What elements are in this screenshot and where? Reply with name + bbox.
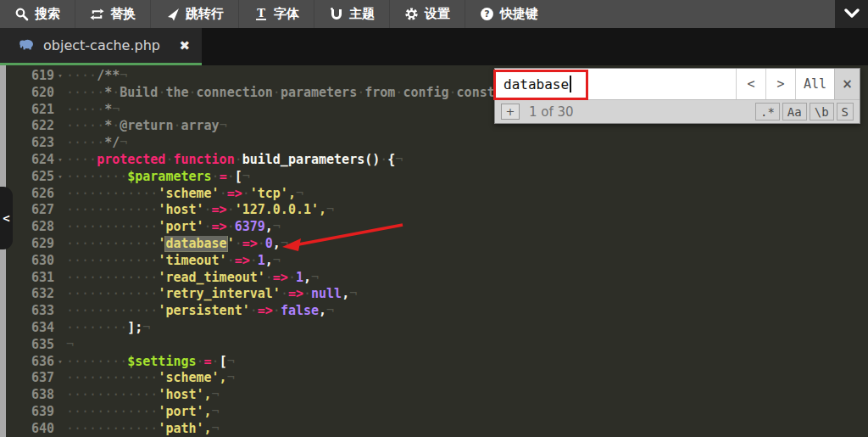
search-panel: database < > All × + 1 of 30 .*Aa\bS — [494, 68, 860, 124]
search-input[interactable]: database — [495, 69, 736, 99]
fold-marker — [54, 337, 66, 354]
code-line-text: ¬ — [66, 337, 868, 354]
code-line-text: ············'scheme',¬ — [66, 370, 868, 387]
search-match-count: 1 of 30 — [529, 104, 574, 120]
line-number: 621 — [0, 102, 54, 119]
search-case-toggle[interactable]: Aa — [782, 103, 807, 120]
search-selection-toggle[interactable]: S — [837, 103, 854, 120]
code-line: 625▾········$parameters·=·[¬ — [0, 169, 868, 186]
search-regex-toggle[interactable]: .* — [755, 103, 780, 120]
fold-marker — [54, 135, 66, 152]
toolbar-item-font[interactable]: T字体 — [238, 0, 314, 28]
search-prev-button[interactable]: < — [736, 69, 765, 99]
toolbar-item-goto-line[interactable]: 跳转行 — [150, 0, 238, 28]
fold-marker — [54, 270, 66, 287]
code-line: 629············'database'·=>·0,¬ — [0, 236, 868, 253]
toolbar-item-replace[interactable]: 替换 — [75, 0, 150, 28]
svg-text:T: T — [257, 7, 265, 20]
code-line-text: ············'database'·=>·0,¬ — [66, 236, 868, 253]
tab-close-icon[interactable]: ✖ — [179, 38, 190, 53]
theme-icon — [329, 7, 343, 21]
font-icon: T — [253, 7, 268, 21]
search-all-button[interactable]: All — [795, 69, 834, 99]
fold-marker — [54, 286, 66, 303]
toolbar-item-search[interactable]: 搜索 — [0, 0, 75, 28]
fold-marker[interactable]: ▾ — [54, 354, 66, 371]
code-line-text: ············'scheme'·=>·'tcp',¬ — [66, 186, 868, 203]
chevron-left-icon: < — [3, 211, 9, 225]
tab-bar: object-cache.php ✖ — [0, 28, 868, 65]
toolbar-item-label: 字体 — [274, 6, 299, 22]
code-line: 632············'retry_interval'·=>·null,… — [0, 286, 868, 303]
replace-icon — [90, 7, 104, 21]
toolbar-item-shortcuts[interactable]: ?快捷键 — [465, 0, 553, 28]
fold-marker — [54, 118, 66, 135]
toolbar-collapse-button[interactable] — [835, 0, 868, 28]
tab-object-cache[interactable]: object-cache.php ✖ — [0, 28, 202, 65]
code-line-text: ·····*/¬ — [66, 135, 868, 152]
toolbar-item-label: 快捷键 — [500, 6, 538, 22]
fold-marker[interactable]: ▾ — [54, 68, 66, 85]
fold-marker — [54, 202, 66, 219]
toolbar-item-label: 主题 — [349, 6, 375, 22]
fold-marker — [54, 387, 66, 404]
search-icon — [14, 7, 29, 21]
code-line-text: ············'port'·=>·6379,¬ — [66, 219, 868, 236]
line-number: 624 — [0, 152, 54, 169]
code-line: 638············'host',¬ — [0, 387, 868, 404]
line-number: 634 — [0, 320, 54, 337]
fold-marker — [54, 102, 66, 119]
search-close-icon[interactable]: × — [834, 69, 860, 99]
code-line-text: ············'retry_interval'·=>·null,¬ — [66, 286, 868, 303]
fold-marker — [54, 219, 66, 236]
toolbar-item-settings[interactable]: 设置 — [389, 0, 465, 28]
code-line-text: ············'persistent'·=>·false,¬ — [66, 303, 868, 320]
fold-marker[interactable]: ▾ — [54, 169, 66, 186]
code-line-text: ············'host'·=>·'127.0.0.1',¬ — [66, 202, 868, 219]
code-line: 630············'timeout'·=>·1,¬ — [0, 253, 868, 270]
line-number: 637 — [0, 370, 54, 387]
line-number: 638 — [0, 387, 54, 404]
line-number: 620 — [0, 85, 54, 102]
goto-line-icon — [165, 7, 180, 21]
code-line: 624▾····protected·function·build_paramet… — [0, 152, 868, 169]
line-number: 631 — [0, 270, 54, 287]
code-line: 640············'path',¬ — [0, 421, 868, 437]
code-line-text: ····protected·function·build_parameters(… — [66, 152, 868, 169]
line-number: 633 — [0, 303, 54, 320]
code-line-text: ············'host',¬ — [66, 387, 868, 404]
fold-marker — [54, 303, 66, 320]
text-caret — [570, 76, 571, 92]
fold-marker[interactable]: ▾ — [54, 152, 66, 169]
code-line-text: ············'timeout'·=>·1,¬ — [66, 253, 868, 270]
search-next-button[interactable]: > — [765, 69, 795, 99]
search-add-button[interactable]: + — [501, 104, 520, 120]
code-line: 631············'read_timeout'·=>·1,¬ — [0, 270, 868, 287]
code-line-text: ········$parameters·=·[¬ — [66, 169, 868, 186]
code-line: 639············'port',¬ — [0, 404, 868, 421]
search-query-text: database — [504, 76, 569, 92]
line-number: 640 — [0, 421, 54, 437]
sidebar-expand-handle[interactable]: < — [0, 187, 13, 249]
code-line-text: ············'path',¬ — [66, 421, 868, 437]
top-toolbar: 搜索替换跳转行T字体主题设置?快捷键 — [0, 0, 868, 28]
code-line: 637············'scheme',¬ — [0, 370, 868, 387]
toolbar-item-label: 替换 — [110, 6, 136, 22]
fold-marker — [54, 370, 66, 387]
search-options: .*Aa\bS — [755, 103, 854, 120]
code-line: 636▾········$settings·=·[¬ — [0, 354, 868, 371]
toolbar-item-theme[interactable]: 主题 — [314, 0, 389, 28]
code-line-text: ········$settings·=·[¬ — [66, 354, 868, 371]
code-line: 623·····*/¬ — [0, 135, 868, 152]
fold-marker — [54, 253, 66, 270]
sidebar-collapsed-strip — [0, 65, 6, 437]
svg-text:?: ? — [484, 8, 489, 20]
php-elephant-icon — [19, 37, 35, 53]
code-line-text: ········];¬ — [66, 320, 868, 337]
line-number: 635 — [0, 337, 54, 354]
line-number: 622 — [0, 118, 54, 135]
search-word-toggle[interactable]: \b — [810, 103, 834, 120]
code-line: 634········];¬ — [0, 320, 868, 337]
code-line: 635¬ — [0, 337, 868, 354]
code-line: 626············'scheme'·=>·'tcp',¬ — [0, 186, 868, 203]
